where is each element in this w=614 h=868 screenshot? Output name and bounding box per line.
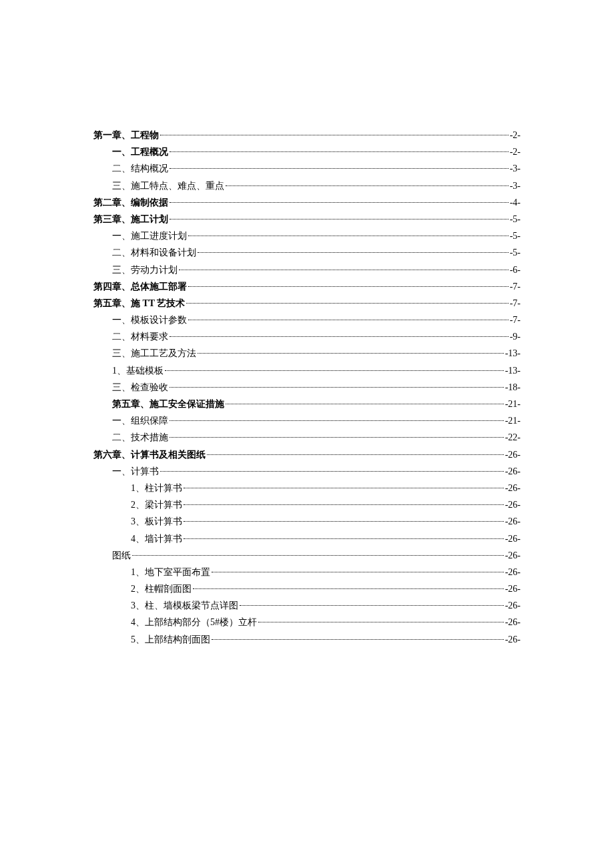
toc-entry: 第四章、总体施工部署-7-: [93, 278, 521, 295]
toc-label: 1、柱计算书: [131, 480, 182, 496]
toc-page: -3-: [510, 160, 521, 177]
toc-page: -26-: [505, 614, 521, 630]
toc-dots: [198, 353, 504, 354]
toc-dots: [193, 588, 504, 589]
toc-entry: 第五章、施工安全保证措施-21-: [93, 396, 521, 412]
toc-label: 二、材料要求: [112, 328, 168, 345]
toc-entry: 第五章、施 TT 艺技术-7-: [93, 295, 521, 312]
toc-label: 第三章、施工计划: [93, 211, 168, 228]
toc-page: -21-: [505, 396, 521, 412]
toc-entry: 第二章、编制依据-4-: [93, 194, 521, 211]
toc-entry: 一、施工进度计划-5-: [93, 228, 521, 244]
toc-entry: 一、计算书-26-: [93, 463, 521, 480]
toc-dots: [188, 286, 509, 287]
toc-entry: 三、施工特点、难点、重点-3-: [93, 177, 521, 194]
toc-entry: 3、板计算书-26-: [93, 513, 521, 530]
toc-dots: [170, 202, 509, 203]
toc-entry: 5、上部结构剖面图-26-: [93, 631, 521, 648]
toc-dots: [160, 471, 504, 472]
toc-entry: 4、墙计算书-26-: [93, 530, 521, 547]
toc-dots: [188, 320, 509, 320]
toc-page: -21-: [505, 412, 521, 429]
toc-entry: 2、梁计算书-26-: [93, 496, 521, 513]
toc-label: 三、检查验收: [112, 379, 168, 396]
toc-dots: [170, 387, 504, 388]
toc-dots: [212, 639, 504, 640]
toc-entry: 三、施工工艺及方法-13-: [93, 345, 521, 362]
toc-entry: 4、上部结构部分（5#楼）立杆-26-: [93, 614, 521, 630]
toc-dots: [170, 219, 509, 220]
toc-page: -26-: [505, 513, 521, 530]
toc-label: 一、模板设计参数: [112, 312, 187, 328]
toc-page: -26-: [505, 564, 521, 580]
toc-label: 第五章、施工安全保证措施: [112, 396, 224, 412]
toc-entry: 1、柱计算书-26-: [93, 480, 521, 496]
toc-label: 第四章、总体施工部署: [93, 278, 187, 295]
toc-entry: 二、材料和设备计划-5-: [93, 244, 521, 261]
toc-entry: 一、组织保障-21-: [93, 412, 521, 429]
toc-dots: [160, 135, 509, 135]
toc-label: 3、柱、墙模板梁节点详图: [131, 597, 238, 614]
toc-page: -18-: [505, 379, 521, 396]
toc-label: 第一章、工程物: [93, 127, 159, 143]
toc-page: -13-: [505, 362, 521, 379]
toc-label: 1、基础模板: [112, 362, 164, 379]
toc-entry: 图纸-26-: [93, 547, 521, 564]
toc-page: -26-: [505, 446, 521, 463]
toc-label: 一、计算书: [112, 463, 159, 480]
toc-page: -26-: [505, 631, 521, 648]
toc-entry: 第三章、施工计划-5-: [93, 211, 521, 228]
toc-page: -9-: [510, 328, 521, 345]
toc-label: 第二章、编制依据: [93, 194, 168, 211]
toc-label: 1、地下室平面布置: [131, 564, 210, 580]
toc-entry: 一、工程概况-2-: [93, 143, 521, 160]
toc-dots: [184, 488, 504, 488]
toc-page: -5-: [510, 228, 521, 244]
toc-page: -5-: [510, 244, 521, 261]
toc-page: -26-: [505, 580, 521, 597]
toc-label: 第五章、施 TT 艺技术: [93, 295, 185, 312]
toc-page: -6-: [510, 262, 521, 278]
toc-dots: [226, 185, 509, 186]
toc-entry: 1、地下室平面布置-26-: [93, 564, 521, 580]
toc-page: -26-: [505, 597, 521, 614]
toc-label: 二、材料和设备计划: [112, 244, 196, 261]
toc-dots: [170, 336, 509, 337]
toc-label: 二、技术措施: [112, 429, 168, 446]
toc-dots: [170, 151, 509, 152]
toc-entry: 第一章、工程物-2-: [93, 127, 521, 143]
toc-page: -4-: [510, 194, 521, 211]
toc-label: 4、上部结构部分（5#楼）立杆: [131, 614, 257, 630]
toc-entry: 二、结构概况-3-: [93, 160, 521, 177]
toc-dots: [184, 504, 504, 505]
toc-page: -26-: [505, 547, 521, 564]
table-of-contents: 第一章、工程物-2-一、工程概况-2-二、结构概况-3-三、施工特点、难点、重点…: [93, 127, 521, 648]
toc-label: 5、上部结构剖面图: [131, 631, 210, 648]
toc-dots: [170, 437, 504, 438]
toc-entry: 3、柱、墙模板梁节点详图-26-: [93, 597, 521, 614]
toc-dots: [207, 454, 504, 455]
toc-label: 4、墙计算书: [131, 530, 182, 547]
toc-dots: [212, 572, 504, 572]
toc-dots: [184, 521, 504, 522]
toc-page: -22-: [505, 429, 521, 446]
toc-dots: [188, 236, 509, 236]
toc-label: 三、施工特点、难点、重点: [112, 177, 224, 194]
toc-dots: [170, 168, 509, 169]
toc-dots: [165, 370, 504, 371]
toc-label: 2、梁计算书: [131, 496, 182, 513]
toc-label: 三、劳动力计划: [112, 262, 178, 278]
toc-page: -26-: [505, 496, 521, 513]
toc-entry: 二、材料要求-9-: [93, 328, 521, 345]
toc-page: -2-: [510, 127, 521, 143]
toc-page: -5-: [510, 211, 521, 228]
toc-label: 三、施工工艺及方法: [112, 345, 196, 362]
toc-dots: [132, 555, 504, 556]
toc-page: -7-: [510, 278, 521, 295]
toc-entry: 三、检查验收-18-: [93, 379, 521, 396]
toc-dots: [170, 420, 504, 421]
toc-page: -26-: [505, 530, 521, 547]
toc-entry: 1、基础模板-13-: [93, 362, 521, 379]
toc-dots: [186, 303, 508, 304]
toc-page: -7-: [510, 295, 521, 312]
